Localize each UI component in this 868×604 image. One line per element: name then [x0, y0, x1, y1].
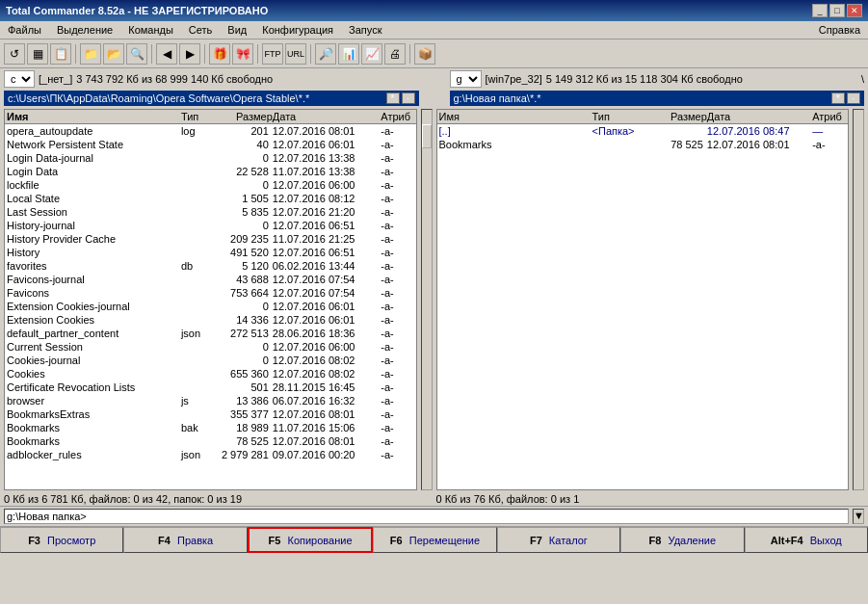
right-file-row[interactable]: Bookmarks 78 525 12.07.2016 08:01 -a- [437, 138, 849, 151]
left-file-row[interactable]: favorites db 5 120 06.02.2016 13:44 -a- [5, 259, 416, 273]
right-drive-info: 5 149 312 Кб из 15 118 304 Кб свободно [546, 73, 743, 85]
left-file-row[interactable]: Favicons 753 664 12.07.2016 07:54 -a- [5, 286, 416, 300]
left-file-row[interactable]: default_partner_content json 272 513 28.… [5, 327, 416, 340]
right-path-controls[interactable]: * · [831, 92, 860, 104]
left-path-star[interactable]: * [386, 92, 400, 104]
tb-btn5[interactable]: 📂 [103, 43, 124, 65]
left-file-row[interactable]: Local State 1 505 12.07.2016 08:12 -a- [5, 192, 416, 205]
panel-divider [421, 109, 433, 490]
left-file-row[interactable]: lockfile 0 12.07.2016 06:00 -a- [5, 178, 416, 192]
left-path-dot[interactable]: · [402, 92, 415, 104]
tb-btn11[interactable]: 🖨 [384, 43, 406, 65]
left-scrollbar[interactable] [421, 109, 433, 490]
tb-back[interactable]: ◀ [156, 43, 177, 65]
left-file-row[interactable]: Login Data-journal 0 12.07.2016 13:38 -a… [5, 151, 416, 165]
file-attr: -a- [381, 179, 413, 191]
minimize-button[interactable]: _ [812, 4, 828, 17]
left-drive-select[interactable]: c [4, 70, 35, 88]
tb-btn12[interactable]: 📦 [414, 43, 435, 65]
file-attr: -a- [812, 139, 846, 150]
left-scrollbar-thumb[interactable] [422, 124, 432, 148]
fn-label: Перемещение [409, 535, 480, 546]
menu-selection[interactable]: Выделение [53, 23, 117, 37]
left-file-row[interactable]: History Provider Cache 209 235 11.07.201… [5, 232, 416, 246]
file-date: 12.07.2016 13:38 [273, 152, 381, 164]
tb-btn7[interactable]: 🎁 [209, 43, 230, 65]
left-file-row[interactable]: History-journal 0 12.07.2016 06:51 -a- [5, 219, 416, 232]
tb-btn3[interactable]: 📋 [50, 43, 71, 65]
left-file-row[interactable]: Extension Cookies-journal 0 12.07.2016 0… [5, 300, 416, 313]
left-file-row[interactable]: Login Data 22 528 11.07.2016 13:38 -a- [5, 165, 416, 178]
tb-ftp[interactable]: FTP [262, 43, 283, 65]
window-controls[interactable]: _ □ ✕ [812, 4, 862, 17]
left-file-row[interactable]: Extension Cookies 14 336 12.07.2016 06:0… [5, 313, 416, 327]
right-file-list[interactable]: [..] <Папка> 12.07.2016 08:47 — Bookmark… [437, 124, 849, 489]
close-button[interactable]: ✕ [847, 4, 862, 17]
left-file-row[interactable]: Cookies 655 360 12.07.2016 08:02 -a- [5, 367, 416, 381]
file-attr: -a- [381, 395, 413, 407]
tb-grid[interactable]: ▦ [27, 43, 48, 65]
left-file-row[interactable]: History 491 520 12.07.2016 06:51 -a- [5, 246, 416, 259]
file-date: 12.07.2016 06:01 [273, 301, 381, 312]
dest-input[interactable] [4, 509, 849, 524]
tb-btn10[interactable]: 📈 [361, 43, 382, 65]
right-path-star[interactable]: * [831, 92, 845, 104]
right-file-row[interactable]: [..] <Папка> 12.07.2016 08:47 — [437, 124, 849, 138]
fn-btn-f6[interactable]: F6 Перемещение [373, 527, 496, 553]
left-file-row[interactable]: Last Session 5 835 12.07.2016 21:20 -a- [5, 205, 416, 219]
file-date: 06.07.2016 16:32 [273, 395, 381, 407]
file-attr: -a- [381, 220, 413, 231]
menu-files[interactable]: Файлы [4, 23, 45, 37]
left-file-list[interactable]: opera_autoupdate log 201 12.07.2016 08:0… [5, 124, 416, 489]
tb-forward[interactable]: ▶ [179, 43, 200, 65]
dest-dropdown[interactable]: ▼ [853, 509, 864, 524]
left-file-row[interactable]: Favicons-journal 43 688 12.07.2016 07:54… [5, 273, 416, 286]
file-name: Cookies [7, 368, 181, 380]
fn-btn-f3[interactable]: F3 Просмотр [0, 527, 123, 553]
file-name: History [7, 247, 181, 258]
fn-btn-f7[interactable]: F7 Каталог [497, 527, 620, 553]
fn-btn-f8[interactable]: F8 Удаление [620, 527, 744, 553]
right-path-dot[interactable]: · [847, 92, 860, 104]
left-file-row[interactable]: Current Session 0 12.07.2016 06:00 -a- [5, 340, 416, 354]
tb-search[interactable]: 🔎 [315, 43, 336, 65]
left-file-row[interactable]: Cookies-journal 0 12.07.2016 08:02 -a- [5, 354, 416, 367]
menu-config[interactable]: Конфигурация [258, 23, 337, 37]
left-file-row[interactable]: Network Persistent State 40 12.07.2016 0… [5, 138, 416, 151]
file-attr: -a- [381, 368, 413, 380]
left-path-controls[interactable]: * · [386, 92, 415, 104]
menu-network[interactable]: Сеть [185, 23, 216, 37]
menu-view[interactable]: Вид [224, 23, 250, 37]
right-scrollbar[interactable] [853, 109, 864, 490]
left-file-row[interactable]: Bookmarks bak 18 989 11.07.2016 15:06 -a… [5, 421, 416, 434]
menu-commands[interactable]: Команды [124, 23, 177, 37]
file-size: 0 [211, 301, 273, 312]
left-file-row[interactable]: Certificate Revocation Lists 501 28.11.2… [5, 381, 416, 394]
tb-btn8[interactable]: 🎀 [232, 43, 253, 65]
file-attr: — [812, 125, 846, 137]
fn-btn-f5[interactable]: F5 Копирование [248, 527, 373, 553]
tb-refresh[interactable]: ↺ [4, 43, 25, 65]
tb-btn6[interactable]: 🔍 [126, 43, 147, 65]
left-file-row[interactable]: opera_autoupdate log 201 12.07.2016 08:0… [5, 124, 416, 138]
menu-help[interactable]: Справка [815, 23, 864, 37]
tb-url[interactable]: URL [285, 43, 306, 65]
tb-btn4[interactable]: 📁 [80, 43, 101, 65]
left-file-row[interactable]: adblocker_rules json 2 979 281 09.07.201… [5, 448, 416, 461]
right-drive-select[interactable]: g [450, 70, 482, 88]
left-file-row[interactable]: browser js 13 386 06.07.2016 16:32 -a- [5, 394, 416, 407]
file-name: Favicons-journal [7, 274, 181, 285]
file-attr: -a- [381, 449, 413, 460]
maximize-button[interactable]: □ [829, 4, 845, 17]
file-name: History Provider Cache [7, 233, 181, 245]
file-date: 28.11.2015 16:45 [273, 381, 381, 393]
fn-btn-altf4[interactable]: Alt+F4 Выход [745, 527, 868, 553]
left-file-row[interactable]: BookmarksExtras 355 377 12.07.2016 08:01… [5, 407, 416, 421]
left-file-row[interactable]: Bookmarks 78 525 12.07.2016 08:01 -a- [5, 434, 416, 448]
file-size: 501 [211, 381, 273, 393]
fn-btn-f4[interactable]: F4 Правка [123, 527, 247, 553]
menu-launch[interactable]: Запуск [345, 23, 385, 37]
file-date: 12.07.2016 08:01 [273, 435, 381, 447]
tb-btn9[interactable]: 📊 [338, 43, 359, 65]
file-ext: db [181, 260, 211, 272]
